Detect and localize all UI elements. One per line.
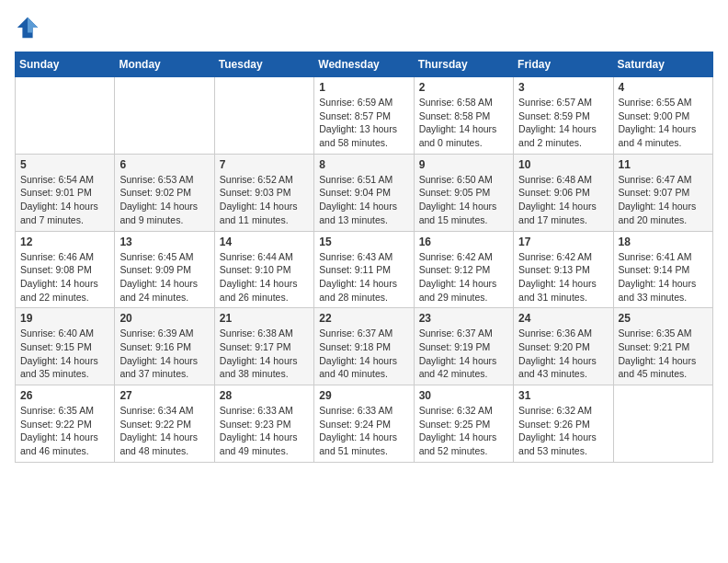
calendar-cell: 18Sunrise: 6:41 AMSunset: 9:14 PMDayligh… bbox=[613, 231, 712, 308]
calendar-cell: 24Sunrise: 6:36 AMSunset: 9:20 PMDayligh… bbox=[514, 308, 613, 385]
day-number: 18 bbox=[619, 236, 708, 248]
calendar-cell: 29Sunrise: 6:33 AMSunset: 9:24 PMDayligh… bbox=[314, 385, 414, 463]
day-header-monday: Monday bbox=[115, 52, 214, 77]
day-info: Sunrise: 6:40 AMSunset: 9:15 PMDaylight:… bbox=[20, 327, 109, 381]
calendar-cell: 27Sunrise: 6:34 AMSunset: 9:22 PMDayligh… bbox=[115, 385, 214, 463]
day-header-sunday: Sunday bbox=[16, 52, 115, 77]
day-info: Sunrise: 6:32 AMSunset: 9:25 PMDaylight:… bbox=[419, 404, 508, 458]
day-number: 13 bbox=[119, 236, 209, 248]
calendar-cell: 26Sunrise: 6:35 AMSunset: 9:22 PMDayligh… bbox=[16, 385, 115, 463]
day-number: 30 bbox=[419, 389, 508, 402]
day-number: 16 bbox=[419, 236, 508, 248]
day-number: 11 bbox=[619, 158, 708, 171]
calendar-cell bbox=[115, 77, 214, 155]
day-info: Sunrise: 6:45 AMSunset: 9:09 PMDaylight:… bbox=[119, 250, 209, 304]
day-info: Sunrise: 6:34 AMSunset: 9:22 PMDaylight:… bbox=[119, 404, 209, 458]
calendar-cell: 6Sunrise: 6:53 AMSunset: 9:02 PMDaylight… bbox=[115, 154, 214, 231]
calendar-week-3: 12Sunrise: 6:46 AMSunset: 9:08 PMDayligh… bbox=[16, 231, 713, 308]
calendar-cell: 8Sunrise: 6:51 AMSunset: 9:04 PMDaylight… bbox=[314, 154, 414, 231]
calendar-cell: 22Sunrise: 6:37 AMSunset: 9:18 PMDayligh… bbox=[314, 308, 414, 385]
day-number: 6 bbox=[119, 158, 209, 171]
day-info: Sunrise: 6:36 AMSunset: 9:20 PMDaylight:… bbox=[518, 327, 608, 381]
day-info: Sunrise: 6:33 AMSunset: 9:24 PMDaylight:… bbox=[319, 404, 408, 458]
day-number: 25 bbox=[619, 312, 708, 325]
day-number: 26 bbox=[20, 389, 109, 402]
logo-icon bbox=[15, 15, 40, 40]
day-info: Sunrise: 6:37 AMSunset: 9:18 PMDaylight:… bbox=[319, 327, 408, 381]
day-number: 29 bbox=[319, 389, 408, 402]
day-number: 4 bbox=[619, 81, 708, 94]
day-number: 31 bbox=[518, 389, 608, 402]
calendar-cell: 30Sunrise: 6:32 AMSunset: 9:25 PMDayligh… bbox=[414, 385, 513, 463]
calendar-cell bbox=[16, 77, 115, 155]
day-number: 8 bbox=[319, 158, 408, 171]
day-number: 19 bbox=[20, 312, 109, 325]
calendar-cell: 20Sunrise: 6:39 AMSunset: 9:16 PMDayligh… bbox=[115, 308, 214, 385]
day-number: 9 bbox=[419, 158, 508, 171]
calendar-cell: 7Sunrise: 6:52 AMSunset: 9:03 PMDaylight… bbox=[214, 154, 313, 231]
calendar-cell: 31Sunrise: 6:32 AMSunset: 9:26 PMDayligh… bbox=[514, 385, 613, 463]
calendar-week-1: 1Sunrise: 6:59 AMSunset: 8:57 PMDaylight… bbox=[16, 77, 713, 155]
day-info: Sunrise: 6:39 AMSunset: 9:16 PMDaylight:… bbox=[119, 327, 209, 381]
day-number: 2 bbox=[419, 81, 508, 94]
svg-marker-1 bbox=[28, 17, 38, 33]
day-info: Sunrise: 6:50 AMSunset: 9:05 PMDaylight:… bbox=[419, 173, 508, 227]
day-info: Sunrise: 6:59 AMSunset: 8:57 PMDaylight:… bbox=[319, 96, 408, 150]
day-number: 5 bbox=[20, 158, 109, 171]
calendar-cell: 14Sunrise: 6:44 AMSunset: 9:10 PMDayligh… bbox=[214, 231, 313, 308]
calendar-week-5: 26Sunrise: 6:35 AMSunset: 9:22 PMDayligh… bbox=[16, 385, 713, 463]
calendar-cell: 28Sunrise: 6:33 AMSunset: 9:23 PMDayligh… bbox=[214, 385, 313, 463]
day-info: Sunrise: 6:38 AMSunset: 9:17 PMDaylight:… bbox=[220, 327, 309, 381]
day-number: 1 bbox=[319, 81, 408, 94]
calendar-cell: 12Sunrise: 6:46 AMSunset: 9:08 PMDayligh… bbox=[16, 231, 115, 308]
day-info: Sunrise: 6:42 AMSunset: 9:13 PMDaylight:… bbox=[518, 250, 608, 304]
day-info: Sunrise: 6:46 AMSunset: 9:08 PMDaylight:… bbox=[20, 250, 109, 304]
day-number: 14 bbox=[220, 236, 309, 248]
day-info: Sunrise: 6:35 AMSunset: 9:21 PMDaylight:… bbox=[619, 327, 708, 381]
day-header-friday: Friday bbox=[514, 52, 613, 77]
day-info: Sunrise: 6:43 AMSunset: 9:11 PMDaylight:… bbox=[319, 250, 408, 304]
day-info: Sunrise: 6:54 AMSunset: 9:01 PMDaylight:… bbox=[20, 173, 109, 227]
day-header-saturday: Saturday bbox=[613, 52, 712, 77]
calendar: SundayMondayTuesdayWednesdayThursdayFrid… bbox=[15, 52, 713, 463]
day-number: 3 bbox=[518, 81, 608, 94]
calendar-cell: 4Sunrise: 6:55 AMSunset: 9:00 PMDaylight… bbox=[613, 77, 712, 155]
calendar-cell: 17Sunrise: 6:42 AMSunset: 9:13 PMDayligh… bbox=[514, 231, 613, 308]
day-number: 24 bbox=[518, 312, 608, 325]
day-number: 17 bbox=[518, 236, 608, 248]
calendar-cell: 11Sunrise: 6:47 AMSunset: 9:07 PMDayligh… bbox=[613, 154, 712, 231]
calendar-cell: 2Sunrise: 6:58 AMSunset: 8:58 PMDaylight… bbox=[414, 77, 513, 155]
day-info: Sunrise: 6:47 AMSunset: 9:07 PMDaylight:… bbox=[619, 173, 708, 227]
day-number: 21 bbox=[220, 312, 309, 325]
calendar-cell: 16Sunrise: 6:42 AMSunset: 9:12 PMDayligh… bbox=[414, 231, 513, 308]
day-number: 15 bbox=[319, 236, 408, 248]
calendar-week-2: 5Sunrise: 6:54 AMSunset: 9:01 PMDaylight… bbox=[16, 154, 713, 231]
calendar-cell: 3Sunrise: 6:57 AMSunset: 8:59 PMDaylight… bbox=[514, 77, 613, 155]
day-number: 12 bbox=[20, 236, 109, 248]
calendar-cell: 9Sunrise: 6:50 AMSunset: 9:05 PMDaylight… bbox=[414, 154, 513, 231]
day-number: 22 bbox=[319, 312, 408, 325]
day-header-thursday: Thursday bbox=[414, 52, 513, 77]
day-info: Sunrise: 6:41 AMSunset: 9:14 PMDaylight:… bbox=[619, 250, 708, 304]
calendar-cell bbox=[613, 385, 712, 463]
day-number: 28 bbox=[220, 389, 309, 402]
calendar-cell: 10Sunrise: 6:48 AMSunset: 9:06 PMDayligh… bbox=[514, 154, 613, 231]
calendar-cell: 13Sunrise: 6:45 AMSunset: 9:09 PMDayligh… bbox=[115, 231, 214, 308]
calendar-cell: 25Sunrise: 6:35 AMSunset: 9:21 PMDayligh… bbox=[613, 308, 712, 385]
day-number: 27 bbox=[119, 389, 209, 402]
calendar-week-4: 19Sunrise: 6:40 AMSunset: 9:15 PMDayligh… bbox=[16, 308, 713, 385]
day-number: 10 bbox=[518, 158, 608, 171]
day-info: Sunrise: 6:48 AMSunset: 9:06 PMDaylight:… bbox=[518, 173, 608, 227]
day-info: Sunrise: 6:51 AMSunset: 9:04 PMDaylight:… bbox=[319, 173, 408, 227]
day-info: Sunrise: 6:33 AMSunset: 9:23 PMDaylight:… bbox=[220, 404, 309, 458]
calendar-cell: 23Sunrise: 6:37 AMSunset: 9:19 PMDayligh… bbox=[414, 308, 513, 385]
calendar-cell: 1Sunrise: 6:59 AMSunset: 8:57 PMDaylight… bbox=[314, 77, 414, 155]
day-info: Sunrise: 6:35 AMSunset: 9:22 PMDaylight:… bbox=[20, 404, 109, 458]
day-info: Sunrise: 6:32 AMSunset: 9:26 PMDaylight:… bbox=[518, 404, 608, 458]
calendar-cell bbox=[214, 77, 313, 155]
day-number: 23 bbox=[419, 312, 508, 325]
calendar-header-row: SundayMondayTuesdayWednesdayThursdayFrid… bbox=[16, 52, 713, 77]
day-info: Sunrise: 6:42 AMSunset: 9:12 PMDaylight:… bbox=[419, 250, 508, 304]
day-info: Sunrise: 6:53 AMSunset: 9:02 PMDaylight:… bbox=[119, 173, 209, 227]
day-info: Sunrise: 6:55 AMSunset: 9:00 PMDaylight:… bbox=[619, 96, 708, 150]
